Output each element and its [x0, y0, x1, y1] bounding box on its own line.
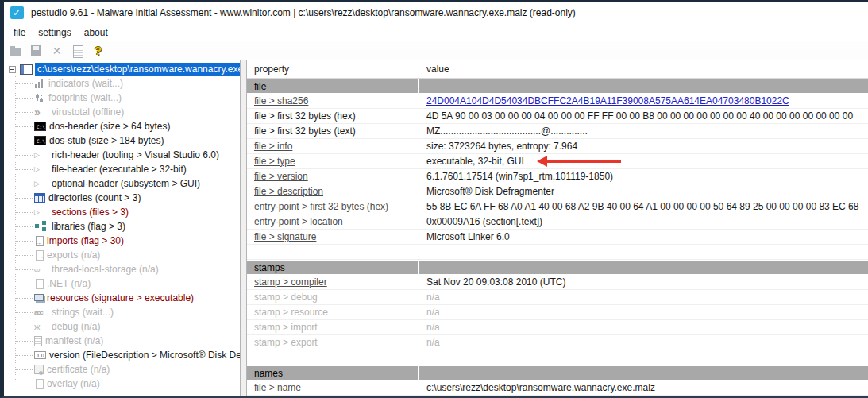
tree-guide-line	[15, 155, 33, 156]
tree-guide-line	[15, 298, 33, 299]
tree-item-label: rich-header (tooling > Visual Studio 6.0…	[52, 149, 219, 160]
property-link[interactable]: file > name	[254, 382, 301, 393]
tree-item-directories[interactable]: directories (count > 3)	[4, 191, 240, 205]
menu-settings[interactable]: settings	[32, 25, 77, 40]
tree-guide-line	[15, 83, 33, 84]
tree-item-thread-local-storage[interactable]: thread-local-storage (n/a)	[4, 262, 240, 276]
table-row: file > signatureMicrosoft Linker 6.0	[247, 230, 868, 245]
tree-item-version[interactable]: version (FileDescription > Microsoft® Di…	[4, 348, 240, 362]
table-row: file > first 32 bytes (hex)4D 5A 90 00 0…	[247, 109, 868, 124]
table-row: entry-point > first 32 bytes (hex)55 8B …	[247, 199, 868, 214]
exports-icon	[36, 250, 44, 261]
value-text: 0x00009A16 (section[.text])	[426, 216, 542, 227]
tree-item-sections[interactable]: ▷sections (files > 3)	[4, 205, 240, 219]
tree-item-label: strings (wait...)	[52, 307, 114, 318]
open-file-icon[interactable]	[9, 44, 22, 57]
table-section-stamps: stamps	[247, 260, 868, 275]
close-file-icon[interactable]	[50, 44, 64, 57]
tree-item-libraries[interactable]: libraries (flag > 3)	[4, 219, 240, 234]
table-row: file > namec:\users\rezz\desktop\ransomw…	[247, 381, 868, 396]
property-label: stamp > export	[254, 337, 318, 348]
tree-item-indicators[interactable]: indicators (wait...)	[4, 76, 240, 91]
toolbar	[4, 41, 868, 60]
table-body: filefile > sha25624D004A104D4D54034DBCFF…	[247, 79, 868, 396]
menu-about[interactable]: about	[78, 25, 114, 40]
tree-item-rich-header[interactable]: ▷rich-header (tooling > Visual Studio 6.…	[4, 148, 240, 162]
table-spacer-row	[247, 350, 868, 365]
menu-file[interactable]: file	[7, 25, 32, 40]
tree-guide-line	[15, 141, 33, 141]
column-header-property[interactable]: property	[247, 60, 419, 78]
expand-arrow-icon[interactable]: ▷	[34, 178, 48, 189]
tree-item-certificate[interactable]: certificate (n/a)	[4, 362, 240, 377]
tree-guide-line	[15, 369, 33, 370]
tree-item-.NET[interactable]: .NET (n/a)	[4, 276, 240, 291]
tree-item-dos-header[interactable]: dos-header (size > 64 bytes)	[4, 119, 240, 133]
tree-item-label: debug (n/a)	[52, 321, 100, 332]
tree-guide-line	[15, 126, 33, 127]
tree-item-debug[interactable]: debug (n/a)	[4, 319, 240, 334]
tree-item-label: optional-header (subsystem > GUI)	[52, 178, 200, 189]
tree-guide-line	[15, 169, 33, 170]
property-link[interactable]: file > sha256	[254, 95, 308, 106]
tree-item-resources[interactable]: resources (signature > executable)	[4, 291, 240, 305]
tree-item-virustotal[interactable]: virustotal (offline)	[4, 105, 240, 119]
value-link[interactable]: 24D004A104D4D54034DBCFFC2A4B19A11F39008A…	[426, 95, 789, 106]
property-link[interactable]: stamp > compiler	[254, 276, 327, 288]
tree-item-optional-header[interactable]: ▷optional-header (subsystem > GUI)	[4, 176, 240, 191]
panel-splitter[interactable]	[241, 60, 246, 396]
property-link[interactable]: file > type	[254, 156, 295, 167]
tree-item-label: footprints (wait...)	[48, 92, 122, 103]
collapse-expander-icon[interactable]	[9, 66, 16, 73]
tree-guide-line	[15, 312, 33, 313]
tree-guide-line	[15, 355, 33, 356]
table-row: file > first 32 bytes (text)MZ..........…	[247, 124, 868, 139]
tree-item-footprints[interactable]: footprints (wait...)	[4, 91, 240, 105]
dos-icon	[34, 122, 46, 131]
virustotal-icon	[34, 106, 48, 118]
tree-item-label: version (FileDescription > Microsoft® Di…	[49, 350, 241, 361]
tree-guide-line	[15, 184, 33, 184]
expand-arrow-icon[interactable]: ▷	[34, 207, 48, 218]
tree-guide-line	[15, 327, 33, 327]
tree-root-node[interactable]: c:\users\rezz\desktop\ransomware.wannacr…	[4, 62, 240, 76]
property-link[interactable]: file > version	[254, 171, 308, 182]
property-link[interactable]: entry-point > location	[254, 216, 343, 227]
tree-item-dos-stub[interactable]: dos-stub (size > 184 bytes)	[4, 133, 240, 148]
certificate-icon	[34, 365, 44, 374]
value-text: Microsoft® Disk Defragmenter	[426, 186, 554, 197]
value-text: 6.1.7601.17514 (win7sp1_rtm.101119-1850)	[426, 171, 613, 182]
property-link[interactable]: file > description	[254, 186, 323, 197]
tree-item-label: resources (signature > executable)	[47, 292, 194, 303]
tree-item-label: virustotal (offline)	[52, 106, 124, 118]
tree-item-strings[interactable]: strings (wait...)	[4, 305, 240, 319]
expand-arrow-icon[interactable]: ▷	[34, 164, 48, 175]
tree-item-label: exports (n/a)	[47, 249, 100, 261]
tree-item-file-header[interactable]: ▷file-header (executable > 32-bit)	[4, 162, 240, 176]
column-header-value[interactable]: value	[419, 60, 868, 78]
property-link[interactable]: file > signature	[254, 231, 316, 242]
tree-item-imports[interactable]: imports (flag > 30)	[4, 234, 240, 248]
tree-item-label: indicators (wait...)	[48, 78, 123, 89]
table-section-file: file	[247, 79, 868, 94]
property-link[interactable]: file > info	[254, 141, 292, 152]
tree-item-overlay[interactable]: overlay (n/a)	[4, 377, 240, 391]
help-icon[interactable]	[91, 44, 105, 57]
property-link[interactable]: entry-point > first 32 bytes (hex)	[254, 201, 388, 212]
table-row: file > typeexecutable, 32-bit, GUI	[247, 154, 868, 169]
report-icon[interactable]	[71, 44, 84, 57]
save-icon[interactable]	[29, 44, 43, 57]
dotnet-icon	[36, 279, 44, 289]
tree-guide-line	[15, 255, 33, 256]
main-area: c:\users\rezz\desktop\ransomware.wannacr…	[4, 60, 868, 396]
tree-item-exports[interactable]: exports (n/a)	[4, 248, 240, 262]
version-icon	[34, 351, 46, 359]
value-text: 4D 5A 90 00 03 00 00 00 04 00 00 00 FF F…	[426, 110, 853, 122]
tree-guide-line	[15, 212, 33, 213]
tree-item-label: libraries (flag > 3)	[52, 221, 125, 232]
expand-arrow-icon[interactable]: ▷	[34, 149, 48, 160]
value-text: executable, 32-bit, GUI	[426, 156, 524, 167]
table-row: file > infosize: 3723264 bytes, entropy:…	[247, 139, 868, 154]
value-text: c:\users\rezz\desktop\ransomware.wannacr…	[426, 382, 655, 393]
tree-item-manifest[interactable]: manifest (n/a)	[4, 334, 240, 348]
